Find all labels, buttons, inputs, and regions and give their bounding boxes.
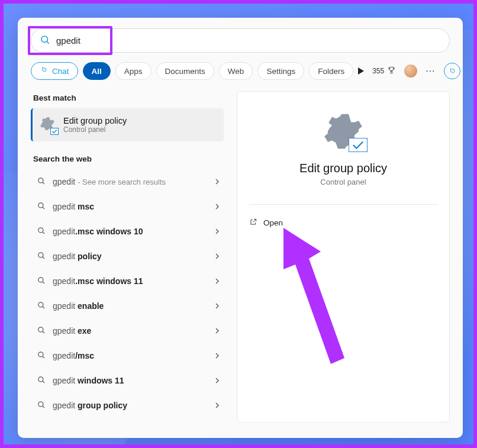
svg-point-16 xyxy=(38,352,43,356)
rewards-counter[interactable]: 355 xyxy=(372,66,396,76)
control-panel-icon xyxy=(40,116,57,134)
search-icon xyxy=(37,301,46,312)
chevron-right-icon xyxy=(214,251,220,262)
preview-subtitle: Control panel xyxy=(320,178,366,186)
svg-point-6 xyxy=(38,227,43,232)
chip-documents[interactable]: Documents xyxy=(156,62,214,80)
play-icon[interactable] xyxy=(358,67,364,75)
chip-web[interactable]: Web xyxy=(219,62,253,80)
svg-point-10 xyxy=(38,277,43,282)
web-result-row[interactable]: gpedit group policy xyxy=(31,393,224,418)
checkbox-overlay-icon xyxy=(50,128,59,135)
web-result-text: gpedit exe xyxy=(53,326,91,336)
windows-search-window: Chat All Apps Documents Web Settings Fol… xyxy=(18,18,463,438)
web-result-row[interactable]: gpedit/msc xyxy=(31,343,224,368)
web-result-text: gpedit windows 11 xyxy=(53,376,124,385)
chevron-right-icon xyxy=(214,400,220,411)
chevron-right-icon xyxy=(214,350,220,361)
web-result-hint: - See more search results xyxy=(78,178,166,186)
chip-settings[interactable]: Settings xyxy=(257,62,304,80)
svg-line-15 xyxy=(43,331,44,333)
web-result-text: gpedit group policy xyxy=(53,401,127,410)
chip-chat-label: Chat xyxy=(52,67,69,76)
svg-point-18 xyxy=(38,376,43,381)
svg-line-7 xyxy=(43,232,44,234)
best-match-item[interactable]: Edit group policy Control panel xyxy=(31,108,224,141)
user-avatar[interactable] xyxy=(404,65,417,78)
web-result-row[interactable]: gpedit msc xyxy=(31,194,224,219)
web-results-list: gpedit - See more search resultsgpedit m… xyxy=(31,169,224,418)
search-web-heading: Search the web xyxy=(33,154,224,163)
search-icon xyxy=(37,276,46,287)
chevron-right-icon xyxy=(214,201,220,212)
svg-line-11 xyxy=(43,282,44,283)
search-icon xyxy=(37,350,46,362)
search-icon xyxy=(40,34,50,47)
web-result-row[interactable]: gpedit enable xyxy=(31,294,224,318)
open-external-icon xyxy=(249,218,257,228)
svg-point-14 xyxy=(38,327,43,331)
svg-point-0 xyxy=(41,36,48,43)
chevron-right-icon xyxy=(214,325,220,336)
chevron-right-icon xyxy=(214,301,220,311)
svg-point-4 xyxy=(38,202,43,207)
search-icon xyxy=(37,400,46,411)
best-match-subtitle: Control panel xyxy=(63,125,127,134)
web-result-row[interactable]: gpedit.msc windows 10 xyxy=(31,219,224,244)
search-icon xyxy=(37,325,46,337)
web-result-text: gpedit msc xyxy=(53,202,94,211)
search-icon xyxy=(37,226,46,237)
more-options-icon[interactable]: ··· xyxy=(426,66,435,76)
svg-line-1 xyxy=(47,41,49,43)
preview-app-icon xyxy=(323,111,364,152)
svg-point-8 xyxy=(38,252,43,257)
web-result-text: gpedit.msc windows 10 xyxy=(53,227,143,236)
best-match-heading: Best match xyxy=(33,94,224,102)
search-bar[interactable] xyxy=(31,28,450,53)
web-result-text: gpedit policy xyxy=(53,252,102,261)
svg-line-17 xyxy=(43,356,44,358)
preview-pane: Edit group policy Control panel Open xyxy=(237,91,450,423)
web-result-row[interactable]: gpedit.msc windows 11 xyxy=(31,269,224,294)
web-result-text: gpedit xyxy=(53,177,75,186)
chip-apps[interactable]: Apps xyxy=(115,62,152,80)
svg-line-9 xyxy=(43,257,44,259)
svg-line-19 xyxy=(43,381,44,383)
search-icon xyxy=(37,176,46,188)
preview-title: Edit group policy xyxy=(299,162,387,175)
chevron-right-icon xyxy=(214,375,220,386)
chip-folders[interactable]: Folders xyxy=(309,62,353,80)
chevron-right-icon xyxy=(214,226,220,237)
bing-chat-icon xyxy=(40,66,49,76)
svg-line-3 xyxy=(43,182,44,184)
results-left-column: Best match Edit group policy Control pan… xyxy=(31,92,224,418)
open-label: Open xyxy=(263,218,283,227)
rewards-points: 355 xyxy=(372,67,384,75)
chip-all[interactable]: All xyxy=(83,62,111,80)
svg-line-5 xyxy=(43,207,44,209)
svg-line-13 xyxy=(43,307,44,308)
search-icon xyxy=(37,201,46,212)
web-result-text: gpedit.msc windows 11 xyxy=(53,276,143,286)
web-result-row[interactable]: gpedit exe xyxy=(31,318,224,343)
svg-point-12 xyxy=(38,302,43,307)
chevron-right-icon xyxy=(214,276,220,286)
best-match-title: Edit group policy xyxy=(63,116,127,125)
web-result-row[interactable]: gpedit windows 11 xyxy=(31,368,224,393)
web-result-row[interactable]: gpedit policy xyxy=(31,244,224,269)
checkbox-overlay-icon xyxy=(349,138,368,152)
bing-button[interactable] xyxy=(444,63,460,79)
search-icon xyxy=(37,375,46,386)
web-result-row[interactable]: gpedit - See more search results xyxy=(31,169,224,194)
web-result-text: gpedit enable xyxy=(53,301,104,311)
preview-divider xyxy=(249,204,437,205)
chip-chat[interactable]: Chat xyxy=(31,62,78,80)
svg-point-20 xyxy=(38,401,43,406)
svg-point-2 xyxy=(38,178,43,182)
search-icon xyxy=(37,251,46,262)
web-result-text: gpedit/msc xyxy=(53,351,94,360)
chevron-right-icon xyxy=(214,176,220,187)
search-input[interactable] xyxy=(56,36,441,46)
filter-chips-row: Chat All Apps Documents Web Settings Fol… xyxy=(31,61,450,81)
open-action[interactable]: Open xyxy=(249,218,437,228)
